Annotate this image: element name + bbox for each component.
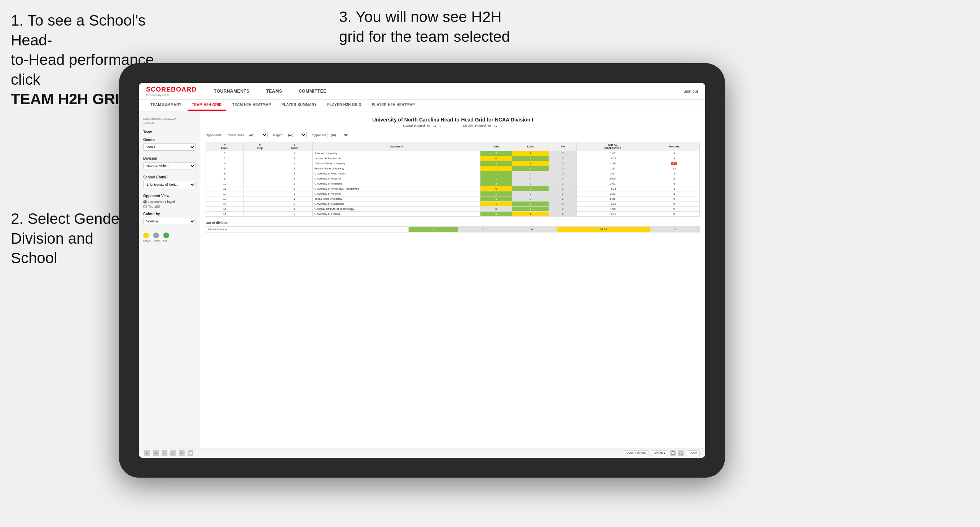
radio-opponents-played[interactable]: Opponents Played (143, 200, 196, 204)
cell-win: 1 (480, 166, 512, 171)
share-btn[interactable]: Share (686, 450, 700, 456)
th-win: Win (480, 142, 512, 151)
cell-diff: -2.29 (577, 156, 649, 161)
radio-top100[interactable]: Top 100 (143, 205, 196, 208)
cell-diff: 3.67 (577, 171, 649, 176)
conference-filter: Conference (All) (228, 132, 268, 138)
table-header-row: #Rank #Reg #Conf Opponent Win Loss Tie D… (206, 142, 700, 151)
cell-loss: 5 (512, 206, 549, 211)
ood-tie: 0 (508, 227, 557, 232)
opponent-select[interactable]: (All) (328, 132, 349, 138)
cell-diff: -4.33 (577, 186, 649, 191)
annotation-2-line1: 2. Select Gender, (11, 210, 128, 227)
table-row: 6 2 Florida State University 1 2 0 1.83 … (206, 166, 700, 171)
cell-rounds: 9 (649, 206, 700, 211)
colour-select[interactable]: Win/loss (143, 218, 196, 225)
cell-tie: 0 (549, 206, 577, 211)
nav-teams[interactable]: TEAMS (263, 87, 285, 95)
grid-area: University of North Carolina Head-to-Hea… (200, 111, 705, 448)
out-of-division-label: Out of division (205, 221, 700, 225)
cell-reg (244, 202, 276, 206)
cell-reg (244, 156, 276, 161)
table-row: 14 2 University of Oklahoma 1 2 0 -1.00 … (206, 202, 700, 206)
sub-nav-team-h2h-grid[interactable]: TEAM H2H GRID (188, 100, 226, 111)
clock-icon[interactable]: 🕐 (188, 450, 193, 456)
cell-loss: 1 (512, 186, 549, 191)
ood-loss: 0 (458, 227, 508, 232)
cell-win: 1 (480, 176, 512, 181)
school-select[interactable]: 1. University of Nort... (143, 181, 196, 188)
colour-dot-down (143, 232, 149, 238)
logo-sub: Powered by clippi (146, 94, 197, 97)
cell-win: 1 (480, 202, 512, 206)
table-row: 10 5 University of Alabama 3 0 0 2.61 8 (206, 181, 700, 186)
opponent-filter: Opponent (All) (312, 132, 350, 138)
cell-diff: -6.42 (577, 211, 649, 217)
radio2-label: Top 100 (148, 205, 160, 208)
cell-rank: 11 (206, 186, 244, 191)
cell-conf: 4 (276, 206, 313, 211)
table-row: 9 3 University of Arizona 1 0 0 9.00 2 (206, 176, 700, 181)
cell-loss: 4 (512, 156, 549, 161)
cell-rank: 12 (206, 191, 244, 197)
sub-nav-team-summary[interactable]: TEAM SUMMARY (146, 100, 186, 111)
cell-tie: 0 (549, 151, 577, 156)
conference-select[interactable]: (All) (246, 132, 267, 138)
th-reg: #Reg (244, 142, 276, 151)
cell-loss: 0 (512, 176, 549, 181)
cell-rounds: 9 (649, 151, 700, 156)
sub-nav-player-summary[interactable]: PLAYER SUMMARY (277, 100, 321, 111)
overall-record: Overall Record: 89 - 17 - 0 (403, 124, 441, 128)
grid-records: Overall Record: 89 - 17 - 0 Division Rec… (205, 124, 700, 128)
sign-out[interactable]: Sign out (684, 89, 698, 94)
gender-label: Gender (143, 138, 196, 142)
nav-committee[interactable]: COMMITTEE (296, 87, 329, 95)
cell-diff: 2.61 (577, 181, 649, 186)
cell-reg (244, 206, 276, 211)
cell-rounds: 9 (649, 202, 700, 206)
region-select[interactable]: (All) (285, 132, 307, 138)
cell-conf: 3 (276, 176, 313, 181)
cell-opponent: University of Washington (312, 171, 480, 176)
cell-win: 1 (480, 191, 512, 197)
comment-icon[interactable]: 💬 (670, 450, 676, 456)
cell-tie: 0 (549, 197, 577, 202)
nav-tournaments[interactable]: TOURNAMENTS (211, 87, 253, 95)
add-icon[interactable]: + (179, 450, 185, 456)
sub-nav-player-h2h-grid[interactable]: PLAYER H2H GRID (323, 100, 366, 111)
sub-nav-team-h2h-heatmap[interactable]: TEAM H2H HEATMAP (228, 100, 275, 111)
gender-select[interactable]: Men's (143, 143, 196, 151)
table-row: 16 3 University of Florida 3 1 0 -6.42 9 (206, 211, 700, 217)
cell-reg (244, 161, 276, 166)
region-filter: Region (All) (273, 132, 307, 138)
colour-label-level: Level (153, 239, 160, 242)
bottom-toolbar: ↩ ↪ → ⊞ + 🕐 View: Original Watch ▾ 💬 ⛶ S… (139, 448, 705, 458)
cell-rank: 6 (206, 166, 244, 171)
division-select[interactable]: NCAA Division I (143, 162, 196, 170)
expand-icon[interactable]: ⛶ (678, 450, 684, 456)
crop-icon[interactable]: ⊞ (170, 450, 176, 456)
sub-nav-player-h2h-heatmap[interactable]: PLAYER H2H HEATMAP (368, 100, 419, 111)
forward-icon[interactable]: → (162, 450, 167, 456)
cell-opponent: Florida State University (312, 166, 480, 171)
cell-win: 0 (480, 186, 512, 191)
cell-tie: 0 (549, 191, 577, 197)
cell-reg (244, 197, 276, 202)
cell-tie: 0 (549, 156, 577, 161)
ood-table: NCAA Division II 1 0 0 26.00 3 (205, 226, 700, 232)
redo-icon[interactable]: ↪ (153, 450, 159, 456)
ood-rounds: 3 (650, 227, 700, 232)
annotation-2-line2: Division and (11, 230, 94, 247)
undo-icon[interactable]: ↩ (144, 450, 150, 456)
timestamp-time: 16:55:38 (143, 121, 154, 124)
annotation-1-line1: 1. To see a School's Head- (11, 12, 146, 49)
cell-conf: 2 (276, 202, 313, 206)
cell-rounds: 9 (649, 197, 700, 202)
opponents-label: Opponents: (205, 133, 223, 137)
cell-win: 1 (480, 171, 512, 176)
cell-diff: 1.83 (577, 166, 649, 171)
cell-rank: 10 (206, 181, 244, 186)
division-record: Division Record: 88 - 17 - 0 (463, 124, 503, 128)
watch-btn[interactable]: Watch ▾ (651, 450, 668, 456)
view-original-btn[interactable]: View: Original (624, 450, 649, 456)
